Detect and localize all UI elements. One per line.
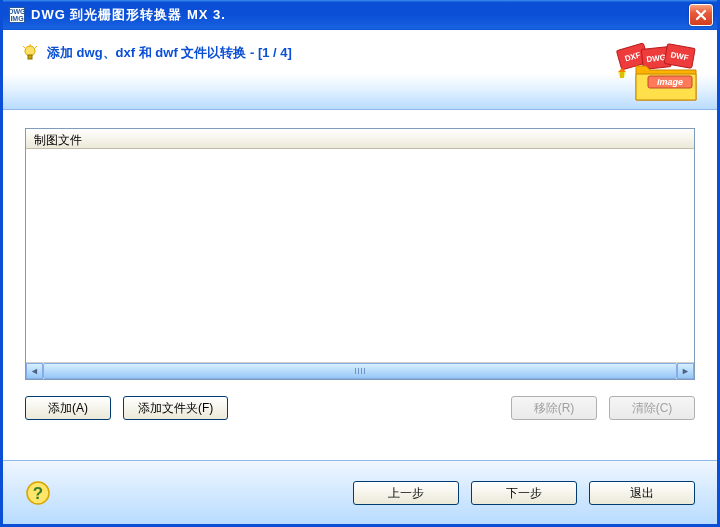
svg-line-2 (23, 46, 25, 48)
lightbulb-icon (21, 44, 39, 62)
footer-bar: ? 上一步 下一步 退出 (3, 460, 717, 524)
app-window: DWG IMG DWG 到光栅图形转换器 MX 3. 添加 dwg、dxf 和 … (0, 0, 720, 527)
add-button[interactable]: 添加(A) (25, 396, 111, 420)
scroll-track[interactable] (43, 363, 677, 379)
app-icon: DWG IMG (9, 7, 25, 23)
scroll-left-arrow-icon[interactable]: ◄ (26, 363, 43, 379)
file-buttons-row: 添加(A) 添加文件夹(F) 移除(R) 清除(C) (25, 396, 695, 420)
scroll-right-arrow-icon[interactable]: ► (677, 363, 694, 379)
close-button[interactable] (689, 4, 713, 26)
file-list[interactable]: 制图文件 ◄ ► (25, 128, 695, 380)
help-icon[interactable]: ? (25, 480, 51, 506)
step-hint: 添加 dwg、dxf 和 dwf 文件以转换 - [1 / 4] (47, 44, 292, 62)
exit-button[interactable]: 退出 (589, 481, 695, 505)
scroll-thumb[interactable] (43, 363, 677, 379)
close-icon (695, 9, 707, 21)
next-button[interactable]: 下一步 (471, 481, 577, 505)
svg-marker-12 (618, 72, 626, 78)
svg-line-3 (35, 46, 37, 48)
clear-button: 清除(C) (609, 396, 695, 420)
titlebar: DWG IMG DWG 到光栅图形转换器 MX 3. (3, 0, 717, 30)
svg-text:Image: Image (657, 77, 683, 87)
add-folder-button[interactable]: 添加文件夹(F) (123, 396, 228, 420)
header-band: 添加 dwg、dxf 和 dwf 文件以转换 - [1 / 4] DXF DWG… (3, 30, 717, 110)
window-title: DWG 到光栅图形转换器 MX 3. (31, 6, 689, 24)
content-area: 制图文件 ◄ ► 添加(A) 添加文件夹(F) 移除(R) 清除(C) (3, 110, 717, 442)
folder-illustration-icon: DXF DWG DWF Image (612, 36, 707, 106)
prev-button[interactable]: 上一步 (353, 481, 459, 505)
svg-rect-1 (28, 55, 32, 59)
hint-row: 添加 dwg、dxf 和 dwf 文件以转换 - [1 / 4] (21, 44, 699, 62)
horizontal-scrollbar[interactable]: ◄ ► (26, 362, 694, 379)
list-body (26, 149, 694, 362)
column-header[interactable]: 制图文件 (26, 129, 694, 149)
svg-text:?: ? (33, 484, 43, 503)
remove-button: 移除(R) (511, 396, 597, 420)
